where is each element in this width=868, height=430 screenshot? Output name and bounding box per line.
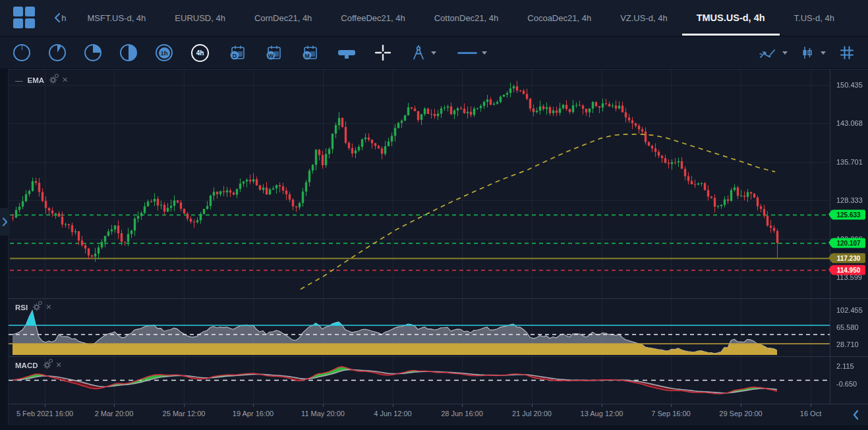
rsi-axis-label: 102.455 (836, 306, 863, 314)
price-axis-label: 150.435 (836, 81, 863, 89)
tab-label: CottonDec21, 4h (434, 13, 499, 23)
timeframe-5m-pie-icon[interactable] (49, 44, 66, 61)
compass-tool-button[interactable] (411, 45, 426, 61)
tab-label: MSFT.US-d, 4h (87, 13, 146, 23)
price-tag: 125.633 (832, 209, 865, 219)
time-axis-label: 29 Sep 20:00 (719, 410, 762, 417)
calendar-day-icon[interactable]: D (229, 44, 246, 61)
tab-label: VZ.US-d, 4h (620, 13, 668, 23)
macd-close-icon[interactable]: ✕ (56, 361, 62, 369)
macd-indicator-header: MACD ✕ (15, 361, 62, 369)
macd-settings-gear-icon[interactable] (43, 361, 51, 369)
rsi-indicator-header: RSI ✕ (15, 303, 51, 311)
time-axis-label: 2 Mar 20:00 (95, 410, 134, 417)
toolbar: 1h 4h D W (0, 37, 868, 68)
timeframe-30m-pie-icon[interactable] (120, 44, 137, 61)
price-axis[interactable]: 150.435143.068135.701128.333120.966113.5… (830, 70, 868, 404)
time-axis[interactable]: 5 Feb 2021 16:002 Mar 20:0025 Mar 12:001… (9, 404, 830, 425)
svg-text:D: D (233, 53, 237, 59)
line-style-dropdown-caret[interactable] (482, 51, 487, 55)
tab-cocoadec21-4h[interactable]: CocoaDec21, 4h (513, 0, 606, 36)
timeframe-4h-button-active[interactable]: 4h (191, 44, 209, 62)
tab-tmus-us-d-4h[interactable]: TMUS.US-d, 4h (682, 0, 780, 36)
ema-settings-gear-icon[interactable] (49, 76, 57, 84)
macd-axis-label: -0.650 (836, 380, 857, 388)
chart-type-dropdown-caret[interactable] (821, 51, 826, 55)
time-tick (184, 404, 185, 407)
tab-msft-us-d-4h[interactable]: MSFT.US-d, 4h (72, 0, 160, 36)
tab-label: CoffeeDec21, 4h (341, 13, 405, 23)
tab-label: CocoaDec21, 4h (527, 13, 591, 23)
time-axis-label: 28 Jun 16:00 (441, 410, 483, 417)
calendar-month-icon[interactable]: M (301, 44, 318, 61)
rsi-axis-label: 28.710 (836, 340, 859, 348)
time-axis-label: 4 Jun 12:00 (374, 410, 412, 417)
rsi-axis-label: 65.580 (836, 323, 859, 331)
price-tag: 120.107 (832, 238, 865, 248)
tab-bar: 4hMSFT.US-d, 4hEURUSD, 4hCornDec21, 4hCo… (0, 0, 868, 36)
tabs-scroll-left-button[interactable] (53, 9, 61, 26)
tab-eurusd-4h[interactable]: EURUSD, 4h (160, 0, 240, 36)
pane-divider[interactable] (9, 298, 868, 299)
right-tool-group (759, 37, 855, 68)
time-axis-label: 19 Apr 16:00 (233, 410, 274, 417)
svg-text:M: M (304, 53, 310, 59)
grid-settings-icon[interactable] (839, 45, 855, 61)
sessions-icon[interactable] (338, 50, 355, 55)
layout-grid-icon[interactable] (13, 7, 35, 29)
timeframe-group: 1h 4h (13, 44, 209, 62)
price-tag: 117.230 (832, 254, 865, 263)
indicators-icon[interactable] (759, 45, 776, 61)
chart-area: — EMA ✕ RSI ✕ MACD ✕ 150.435143.068135.7… (8, 69, 868, 425)
time-axis-label: 13 Aug 12:00 (581, 410, 623, 417)
rsi-close-icon[interactable]: ✕ (45, 303, 51, 311)
ema-indicator-header: — EMA ✕ (15, 76, 68, 84)
left-panel-expander-chevron[interactable] (0, 208, 10, 236)
time-tick (253, 404, 254, 407)
rsi-settings-gear-icon[interactable] (32, 303, 41, 311)
tab-coffeedec21-4h[interactable]: CoffeeDec21, 4h (326, 0, 419, 36)
tab-label: TMUS.US-d, 4h (697, 13, 765, 23)
svg-text:W: W (268, 53, 274, 59)
time-tick (393, 404, 393, 407)
time-axis-label: 5 Feb 2021 16:00 (16, 410, 73, 417)
tab-4h[interactable]: 4h (61, 0, 72, 36)
tab-label: 4h (61, 13, 66, 23)
tab-cottondec21-4h[interactable]: CottonDec21, 4h (420, 0, 513, 36)
tab-vz-us-d-4h[interactable]: VZ.US-d, 4h (606, 0, 682, 36)
tab-label: CornDec21, 4h (254, 13, 312, 23)
time-tick (45, 404, 45, 407)
time-tick (811, 404, 811, 407)
compass-dropdown-caret[interactable] (431, 51, 436, 55)
timeframe-1h-button[interactable]: 1h (156, 44, 173, 61)
tab-corndec21-4h[interactable]: CornDec21, 4h (240, 0, 326, 36)
time-tick (671, 404, 672, 407)
chart-type-candles-icon[interactable] (801, 45, 814, 61)
timeframe-1m-pie-icon[interactable] (13, 44, 30, 61)
ema-close-icon[interactable]: ✕ (62, 76, 68, 84)
tab-label: T.US-d, 4h (794, 13, 834, 23)
time-axis-label: 16 Oct (800, 410, 821, 417)
crosshair-icon[interactable] (375, 45, 391, 61)
time-axis-label: 7 Sep 16:00 (651, 410, 690, 417)
price-axis-label: 128.333 (836, 196, 863, 204)
time-tick (323, 404, 324, 407)
calendar-week-icon[interactable]: W (265, 44, 282, 61)
time-axis-label: 25 Mar 12:00 (163, 410, 206, 417)
price-axis-label: 143.068 (836, 119, 863, 127)
pane-divider[interactable] (9, 356, 868, 357)
time-tick (532, 404, 533, 407)
line-style-button[interactable] (457, 52, 477, 54)
time-tick (602, 404, 602, 407)
timeframe-15m-pie-icon[interactable] (84, 44, 101, 61)
rsi-label: RSI (15, 304, 28, 311)
tab-t-us-d-4h[interactable]: T.US-d, 4h (780, 0, 849, 36)
chart-canvas[interactable] (9, 70, 830, 404)
indicators-dropdown-caret[interactable] (782, 51, 788, 55)
bottom-panel-collapse-chevron[interactable] (846, 404, 865, 425)
price-axis-label: 135.701 (836, 158, 863, 166)
price-tag: 114.950 (832, 265, 865, 275)
ema-label: EMA (28, 76, 45, 84)
time-tick (462, 404, 463, 407)
time-axis-label: 11 May 20:00 (301, 410, 345, 417)
